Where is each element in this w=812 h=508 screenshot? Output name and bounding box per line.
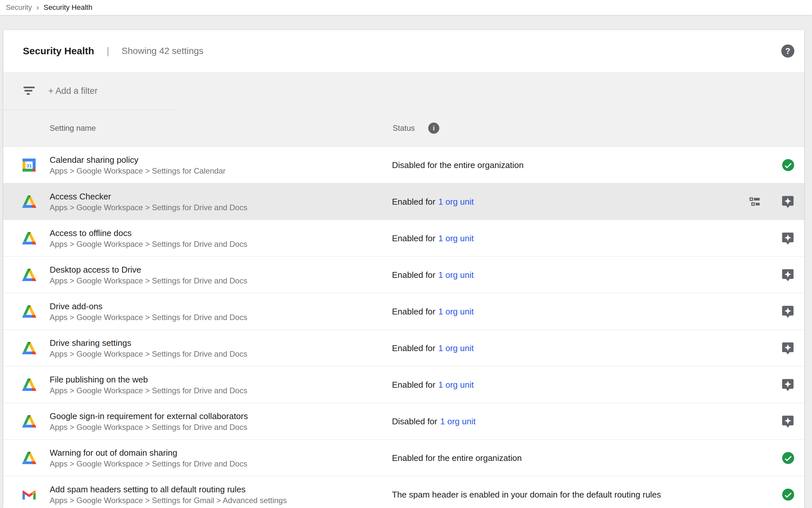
setting-path: Apps > Google Workspace > Settings for D… bbox=[50, 349, 247, 359]
setting-title: Google sign-in requirement for external … bbox=[50, 410, 248, 422]
setting-row[interactable]: Desktop access to Drive Apps > Google Wo… bbox=[3, 257, 804, 293]
status-org-unit-link[interactable]: 1 org unit bbox=[438, 270, 474, 280]
app-icon bbox=[21, 304, 37, 319]
status-text: Enabled for the entire organization bbox=[392, 453, 522, 463]
status-text: Disabled for bbox=[392, 416, 437, 426]
drive-icon bbox=[21, 268, 37, 282]
setting-text: Warning for out of domain sharing Apps >… bbox=[50, 447, 247, 469]
trailing-icons bbox=[781, 341, 795, 355]
setting-title: Desktop access to Drive bbox=[50, 264, 247, 276]
setting-row[interactable]: Access to offline docs Apps > Google Wor… bbox=[3, 220, 804, 257]
setting-row[interactable]: Add spam headers setting to all default … bbox=[3, 476, 804, 508]
info-icon[interactable]: i bbox=[428, 123, 439, 134]
setting-path: Apps > Google Workspace > Settings for D… bbox=[50, 422, 248, 432]
status-org-unit-link[interactable]: 1 org unit bbox=[438, 380, 474, 390]
status-cell: Disabled for 1 org unit bbox=[392, 416, 476, 426]
status-cell: Enabled for 1 org unit bbox=[392, 380, 474, 390]
page-title: Security Health bbox=[23, 45, 94, 56]
setting-text: Calendar sharing policy Apps > Google Wo… bbox=[50, 154, 226, 176]
table-header-row: Setting name Status i bbox=[3, 110, 804, 146]
setting-path: Apps > Google Workspace > Settings for D… bbox=[50, 385, 247, 396]
status-ok-icon bbox=[782, 488, 795, 501]
trailing-icons bbox=[748, 195, 795, 209]
setting-text: Google sign-in requirement for external … bbox=[50, 410, 248, 432]
setting-path: Apps > Google Workspace > Settings for D… bbox=[50, 459, 247, 469]
setting-text: Drive sharing settings Apps > Google Wor… bbox=[50, 337, 247, 359]
status-org-unit-link[interactable]: 1 org unit bbox=[438, 233, 474, 243]
setting-title: Add spam headers setting to all default … bbox=[50, 483, 287, 495]
trailing-icons bbox=[782, 488, 795, 501]
status-org-unit-link[interactable]: 1 org unit bbox=[440, 416, 476, 426]
setting-row[interactable]: Drive add-ons Apps > Google Workspace > … bbox=[3, 293, 804, 330]
column-header-status: Status bbox=[393, 124, 415, 133]
setting-title: Calendar sharing policy bbox=[50, 154, 226, 166]
status-ok-icon bbox=[782, 159, 795, 172]
setting-row[interactable]: Warning for out of domain sharing Apps >… bbox=[3, 440, 804, 476]
app-icon bbox=[21, 231, 37, 246]
app-icon bbox=[21, 414, 37, 429]
setting-text: Desktop access to Drive Apps > Google Wo… bbox=[50, 264, 247, 286]
status-ok-icon bbox=[782, 452, 795, 465]
status-cell: The spam header is enabled in your domai… bbox=[392, 490, 661, 500]
setting-title: Access to offline docs bbox=[50, 227, 247, 239]
recommendation-icon[interactable] bbox=[781, 415, 795, 428]
trailing-icons bbox=[781, 268, 795, 282]
app-icon bbox=[21, 268, 37, 282]
app-icon bbox=[21, 195, 37, 209]
setting-title: Drive sharing settings bbox=[50, 337, 247, 349]
setting-path: Apps > Google Workspace > Settings for G… bbox=[50, 495, 287, 506]
setting-text: Add spam headers setting to all default … bbox=[50, 483, 287, 506]
status-org-unit-link[interactable]: 1 org unit bbox=[438, 306, 474, 316]
recommendation-icon[interactable] bbox=[781, 305, 795, 319]
help-icon[interactable]: ? bbox=[781, 44, 794, 57]
status-text: Disabled for the entire organization bbox=[392, 160, 524, 170]
breadcrumb-chevron-icon: › bbox=[36, 3, 39, 12]
add-filter-button[interactable]: + Add a filter bbox=[48, 86, 98, 96]
status-org-unit-link[interactable]: 1 org unit bbox=[438, 197, 474, 207]
title-divider: | bbox=[106, 45, 109, 56]
setting-row[interactable]: 31 Calendar sharing policy Apps > Google… bbox=[3, 147, 804, 183]
breadcrumb-current: Security Health bbox=[43, 3, 92, 12]
setting-row[interactable]: Google sign-in requirement for external … bbox=[3, 403, 804, 440]
recommendation-icon[interactable] bbox=[781, 268, 795, 282]
svg-text:31: 31 bbox=[27, 163, 32, 168]
app-icon bbox=[21, 451, 37, 465]
calendar-icon: 31 bbox=[22, 159, 36, 172]
drive-icon bbox=[21, 342, 37, 355]
card-header: Security Health | Showing 42 settings ? bbox=[3, 30, 804, 72]
drive-icon bbox=[21, 195, 37, 208]
setting-title: Drive add-ons bbox=[50, 300, 247, 312]
setting-path: Apps > Google Workspace > Settings for D… bbox=[50, 276, 247, 286]
drive-icon bbox=[21, 415, 37, 428]
setting-row[interactable]: Access Checker Apps > Google Workspace >… bbox=[3, 183, 804, 220]
setting-path: Apps > Google Workspace > Settings for C… bbox=[50, 166, 226, 176]
breadcrumb: Security › Security Health bbox=[0, 0, 812, 15]
column-header-setting-name: Setting name bbox=[50, 124, 96, 133]
setting-path: Apps > Google Workspace > Settings for D… bbox=[50, 239, 247, 249]
recommendation-icon[interactable] bbox=[781, 195, 795, 209]
setting-title: Access Checker bbox=[50, 190, 247, 202]
status-org-unit-link[interactable]: 1 org unit bbox=[438, 343, 474, 353]
setting-title: File publishing on the web bbox=[50, 374, 247, 385]
app-icon bbox=[21, 488, 37, 502]
setting-text: Drive add-ons Apps > Google Workspace > … bbox=[50, 300, 247, 323]
setting-text: File publishing on the web Apps > Google… bbox=[50, 374, 247, 396]
status-text: Enabled for bbox=[392, 306, 435, 316]
recommendation-icon[interactable] bbox=[781, 231, 795, 245]
recommendation-icon[interactable] bbox=[781, 378, 795, 392]
trailing-icons bbox=[781, 378, 795, 392]
rule-settings-icon[interactable] bbox=[748, 195, 761, 208]
setting-row[interactable]: File publishing on the web Apps > Google… bbox=[3, 367, 804, 403]
filter-list-icon bbox=[23, 87, 35, 95]
status-text: Enabled for bbox=[392, 233, 435, 243]
breadcrumb-parent-link[interactable]: Security bbox=[6, 3, 32, 12]
status-text: Enabled for bbox=[392, 270, 435, 280]
status-text: The spam header is enabled in your domai… bbox=[392, 490, 661, 500]
status-text: Enabled for bbox=[392, 197, 435, 207]
setting-title: Warning for out of domain sharing bbox=[50, 447, 247, 459]
status-cell: Enabled for 1 org unit bbox=[392, 270, 474, 280]
setting-row[interactable]: Drive sharing settings Apps > Google Wor… bbox=[3, 330, 804, 367]
recommendation-icon[interactable] bbox=[781, 341, 795, 355]
drive-icon bbox=[21, 452, 37, 465]
app-icon bbox=[21, 341, 37, 355]
